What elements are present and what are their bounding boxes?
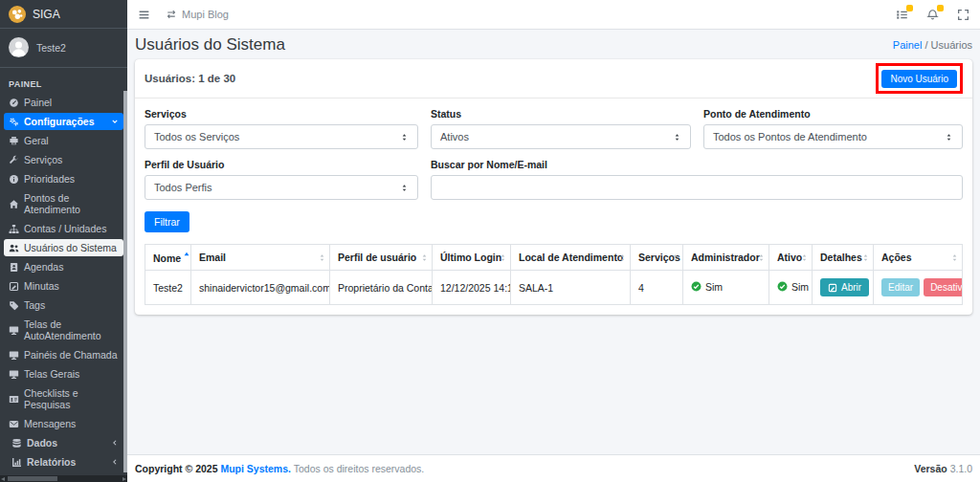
info-circle-icon xyxy=(9,174,19,185)
new-user-button[interactable]: Novo Usuário xyxy=(881,70,957,88)
col-acoes[interactable]: Ações xyxy=(874,245,963,271)
tasks-menu-button[interactable] xyxy=(896,9,908,21)
id-card-icon xyxy=(9,394,19,405)
filters-row-2: Perfil de Usuário Todos Perfis Buscar po… xyxy=(145,159,963,200)
status-select[interactable]: Ativos xyxy=(431,124,691,149)
ponto-select[interactable]: Todos os Pontos de Atendimento xyxy=(703,124,963,149)
page-header: Usuários do Sistema Painel / Usuários xyxy=(127,30,980,58)
sort-icon xyxy=(420,253,429,262)
col-administrador[interactable]: Administrador xyxy=(683,245,769,271)
gauge-icon xyxy=(9,98,19,108)
sidebar: SIGA Teste2 PAINEL Painel Configurações … xyxy=(0,0,127,482)
cell-local: SALA-1 xyxy=(511,271,631,305)
sidebar-vertical-scrollbar[interactable] xyxy=(123,91,127,472)
mupi-blog-link[interactable]: Mupi Blog xyxy=(166,9,229,20)
col-perfil[interactable]: Perfil de usuário xyxy=(330,245,433,271)
sidebar-item-mensagens[interactable]: Mensagens xyxy=(4,415,123,432)
mupi-systems-link[interactable]: Mupi Systems. xyxy=(220,463,291,474)
desktop-icon xyxy=(9,369,19,380)
pen-square-icon xyxy=(9,281,19,292)
sidebar-item-configuracoes[interactable]: Configurações xyxy=(4,113,123,130)
cell-acoes: Editar Desativar xyxy=(874,271,963,305)
cell-email: shinaidervictor15@gmail.com xyxy=(191,271,330,305)
scrollbar-thumb[interactable] xyxy=(8,476,57,481)
home-icon xyxy=(9,199,19,209)
status-label: Status xyxy=(431,108,691,120)
col-local[interactable]: Local de Atendimento xyxy=(511,245,631,271)
sort-icon xyxy=(757,253,766,262)
sidebar-item-telas-gerais[interactable]: Telas Gerais xyxy=(4,365,123,383)
table-header-row: Nome Email Perfil de usuário Último Logi… xyxy=(145,245,963,271)
buscar-label: Buscar por Nome/E-mail xyxy=(431,159,963,170)
select-arrows-icon xyxy=(673,133,681,142)
perfil-select[interactable]: Todos Perfis xyxy=(145,175,418,200)
sidebar-item-usuarios-do-sistema[interactable]: Usuários do Sistema xyxy=(4,239,123,256)
database-icon xyxy=(11,438,22,449)
sidebar-item-pontos-de-atendimento[interactable]: Pontos de Atendimento xyxy=(4,189,123,218)
notifications-button[interactable] xyxy=(926,9,939,21)
servicos-select[interactable]: Todos os Serviços xyxy=(145,124,418,149)
card-body: Serviços Todos os Serviços Status Ativos xyxy=(135,99,972,315)
user-name-link[interactable]: Teste2 xyxy=(36,42,66,54)
sidebar-item-contas-unidades[interactable]: Contas / Unidades xyxy=(4,220,123,237)
sitemap-icon xyxy=(9,224,19,234)
red-annotation-box: Novo Usuário xyxy=(876,63,963,94)
editar-button[interactable]: Editar xyxy=(881,278,920,296)
ponto-select-value: Todos os Pontos de Atendimento xyxy=(713,131,867,142)
cell-servicos: 4 xyxy=(631,271,683,305)
siga-logo-icon xyxy=(9,6,26,23)
sidebar-item-minutas[interactable]: Minutas xyxy=(4,277,123,295)
rights-text: Todos os direitos reservados. xyxy=(294,463,425,474)
brand-link[interactable]: SIGA xyxy=(0,0,127,29)
sidebar-item-tags[interactable]: Tags xyxy=(4,296,123,314)
sidebar-item-telas-autoatendimento[interactable]: Telas de AutoAtendimento xyxy=(4,316,123,344)
sort-icon xyxy=(671,253,679,262)
sort-icon xyxy=(950,253,959,262)
perfil-select-value: Todos Perfis xyxy=(154,182,212,193)
desativar-button[interactable]: Desativar xyxy=(924,278,962,296)
filter-buscar: Buscar por Nome/E-mail xyxy=(431,159,963,200)
sidebar-item-servicos[interactable]: Serviços xyxy=(4,151,123,168)
sidebar-item-geral[interactable]: Geral xyxy=(4,132,123,149)
sidebar-item-prioridades[interactable]: Prioridades xyxy=(4,170,123,187)
sidebar-item-agendas[interactable]: Agendas xyxy=(4,258,123,275)
cell-perfil: Proprietário da Conta xyxy=(330,271,433,305)
filter-ponto: Ponto de Atendimento Todos os Pontos de … xyxy=(703,108,963,149)
sidebar-item-dados[interactable]: Dados xyxy=(4,434,123,451)
desktop-icon xyxy=(9,350,19,361)
page-title: Usuários do Sistema xyxy=(135,35,285,55)
desktop-icon xyxy=(9,325,19,336)
filters-row-1: Serviços Todos os Serviços Status Ativos xyxy=(145,108,963,149)
col-detalhes[interactable]: Detalhes xyxy=(813,245,874,271)
sort-icon xyxy=(800,253,809,262)
users-table-wrap: Nome Email Perfil de usuário Último Logi… xyxy=(145,244,963,305)
cell-nome: Teste2 xyxy=(145,271,191,305)
col-email[interactable]: Email xyxy=(191,245,330,271)
select-arrows-icon xyxy=(400,184,409,192)
cell-administrador: Sim xyxy=(683,271,769,305)
abrir-button[interactable]: Abrir xyxy=(820,278,869,296)
breadcrumb-painel-link[interactable]: Painel xyxy=(893,39,923,51)
sidebar-item-relatorios[interactable]: Relatórios xyxy=(4,453,123,471)
buscar-input[interactable] xyxy=(431,175,963,200)
check-circle-icon xyxy=(777,281,788,292)
filtrar-button[interactable]: Filtrar xyxy=(145,211,189,232)
envelope-icon xyxy=(9,419,19,429)
notifications-badge xyxy=(937,5,944,11)
fullscreen-button[interactable] xyxy=(957,9,969,21)
sidebar-horizontal-scrollbar[interactable] xyxy=(0,475,127,482)
col-ultimo-login[interactable]: Último Login xyxy=(433,245,511,271)
sidebar-item-paineis-de-chamada[interactable]: Painéis de Chamada xyxy=(4,346,123,363)
col-servicos[interactable]: Serviços xyxy=(631,245,683,271)
col-nome[interactable]: Nome xyxy=(145,245,191,271)
perfil-label: Perfil de Usuário xyxy=(145,159,418,170)
servicos-select-value: Todos os Serviços xyxy=(154,131,239,142)
sidebar-item-checklists-pesquisas[interactable]: Checklists e Pesquisas xyxy=(4,384,123,413)
sidebar-item-painel[interactable]: Painel xyxy=(4,94,123,111)
sidebar-toggle-button[interactable] xyxy=(138,9,150,21)
main-area: Mupi Blog Usuários do Sistema Painel / U… xyxy=(127,0,980,482)
address-book-icon xyxy=(9,262,19,273)
col-ativo[interactable]: Ativo xyxy=(769,245,813,271)
breadcrumb: Painel / Usuários xyxy=(893,39,972,51)
user-panel: Teste2 xyxy=(0,29,127,68)
